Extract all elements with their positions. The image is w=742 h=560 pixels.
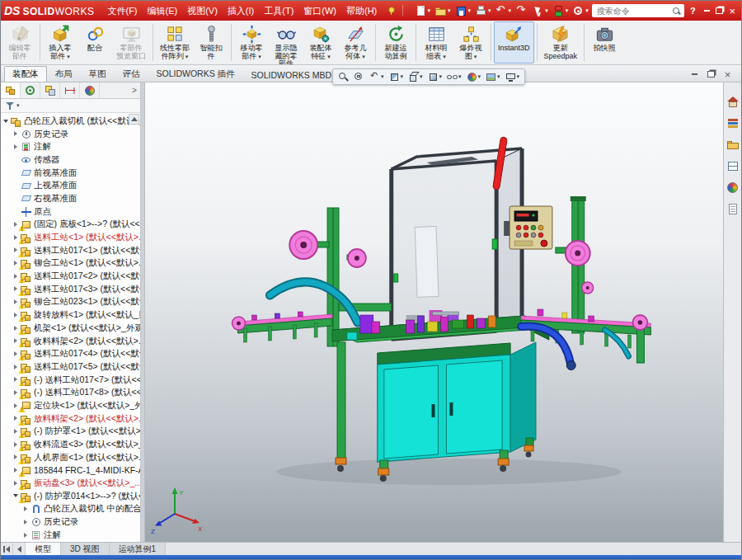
tree-expander[interactable] xyxy=(12,347,21,360)
tree-item[interactable]: !(-) 送料工站017<7> (默认<<默... xyxy=(1,374,140,387)
tree-item[interactable]: !振动盘<3> (默认<<默认>_... xyxy=(1,477,140,490)
tree-item[interactable]: !(固定) 底板<1>-->? (默认<<默认... xyxy=(1,219,140,232)
menu-item[interactable]: 编辑(E) xyxy=(143,3,183,19)
edit-appearance-button[interactable]: ▾ xyxy=(464,71,484,83)
tree-item[interactable]: 注解 xyxy=(1,140,140,153)
redo-button[interactable] xyxy=(514,4,529,18)
scroll-tabs-left-button[interactable] xyxy=(13,543,26,555)
tree-expander[interactable] xyxy=(12,322,21,335)
open-button[interactable]: ▾ xyxy=(433,4,453,18)
tree-item[interactable]: !收料流道<3> (默认<<默认>_外... xyxy=(1,438,140,451)
tree-expander[interactable] xyxy=(22,529,31,542)
tree-item[interactable]: !旋转放料<1> (默认<<默认_显... xyxy=(1,308,140,322)
graphics-viewport[interactable]: Y X Z xyxy=(145,82,723,542)
tree-item[interactable]: !人机界面<1> (默认<<默认>... xyxy=(1,451,140,464)
panel-tab-overflow-button[interactable]: > xyxy=(129,82,140,98)
command-tab-2[interactable]: 布局 xyxy=(47,66,81,82)
tree-item[interactable]: !机架<1> (默认<<默认>_外观... xyxy=(1,322,140,335)
tree-item[interactable]: !(-) 防护罩<1> (默认<<默认>... xyxy=(1,426,140,439)
ribbon-show-hidden-components-button[interactable]: 显示隐藏的零部件 xyxy=(269,21,303,64)
3d-model[interactable] xyxy=(145,82,723,542)
tree-item[interactable]: !送料工站017<2> (默认<<默认>... xyxy=(1,270,140,283)
pin-menu-icon[interactable] xyxy=(387,6,393,16)
machine-enclosure[interactable] xyxy=(392,148,522,340)
menu-item[interactable]: 文件(F) xyxy=(102,3,142,19)
search-icon[interactable] xyxy=(672,7,681,16)
command-tab-1[interactable]: 装配体 xyxy=(4,66,47,82)
tree-expander[interactable] xyxy=(12,374,21,387)
tree-item[interactable]: !送料工站017<3> (默认<<默认>... xyxy=(1,283,140,296)
tree-expander[interactable] xyxy=(12,231,21,244)
tree-item[interactable]: !送料工站017<5> (默认<<默认>... xyxy=(1,360,140,374)
tree-expander[interactable] xyxy=(12,412,21,426)
tree-expander[interactable] xyxy=(12,477,21,490)
tree-expander[interactable] xyxy=(12,296,21,309)
doc-tab-2[interactable]: 3D 视图 xyxy=(61,543,110,555)
tree-expander[interactable] xyxy=(12,219,21,232)
machine-control-panel[interactable] xyxy=(504,206,552,249)
tree-expander[interactable] xyxy=(12,244,21,257)
new-button[interactable]: ▾ xyxy=(413,4,433,18)
doc-tab-3[interactable]: 运动算例1 xyxy=(110,543,167,555)
tree-expander[interactable] xyxy=(12,386,21,399)
view-palette-button[interactable] xyxy=(725,158,741,175)
tree-expander[interactable] xyxy=(12,257,21,271)
apply-scene-button[interactable]: ▾ xyxy=(483,71,503,83)
tree-item[interactable]: !定位块<1> (默认<<默认>_外观... xyxy=(1,399,140,412)
previous-view-button[interactable]: ▾ xyxy=(367,71,387,83)
doc-tab-1[interactable]: 模型 xyxy=(26,543,61,555)
machine-right-column[interactable] xyxy=(556,196,594,333)
tree-item[interactable]: 右视基准面 xyxy=(1,192,140,205)
tree-scroll-up-button[interactable] xyxy=(129,114,139,125)
options-button[interactable]: ▾ xyxy=(571,4,590,18)
command-search-input[interactable] xyxy=(595,6,672,16)
command-tab-4[interactable]: 评估 xyxy=(115,66,148,82)
panel-tab-propertymanager[interactable] xyxy=(21,82,40,98)
rebuild-button[interactable]: ▾ xyxy=(551,4,571,18)
design-library-button[interactable] xyxy=(725,115,741,132)
tree-item[interactable]: 历史记录 xyxy=(1,515,140,529)
tree-item[interactable]: !铆合工站<1> (默认<<默认>... xyxy=(1,257,140,271)
ribbon-linear-component-pattern-button[interactable]: 线性零部件阵列▾ xyxy=(156,21,194,64)
tree-item[interactable]: 凸轮压入裁切机 中的配合 xyxy=(1,503,140,516)
save-button[interactable]: ▾ xyxy=(453,4,473,18)
tree-item[interactable]: !收料料架<2> (默认<<默认>... xyxy=(1,335,140,348)
tree-item[interactable]: 上视基准面 xyxy=(1,179,140,192)
tree-expander[interactable] xyxy=(12,451,21,464)
select-button[interactable]: ▾ xyxy=(530,4,550,18)
appearances-scenes-button[interactable] xyxy=(725,180,741,196)
filter-dropdown-icon[interactable]: ▾ xyxy=(16,102,20,109)
tree-expander[interactable] xyxy=(2,115,11,128)
ribbon-take-snapshot-button[interactable]: 拍快照 xyxy=(587,21,622,64)
scroll-tabs-first-button[interactable] xyxy=(1,543,13,555)
ribbon-update-speedpak-button[interactable]: 更新Speedpak xyxy=(540,21,582,64)
window-close-button[interactable] xyxy=(727,5,738,16)
ribbon-bill-of-materials-button[interactable]: 材料明细表▾ xyxy=(419,21,453,64)
tree-expander[interactable] xyxy=(12,426,21,439)
document-close-button[interactable] xyxy=(721,68,735,80)
tree-expander[interactable] xyxy=(12,360,21,374)
tree-expander[interactable] xyxy=(22,503,31,516)
window-minimize-button[interactable] xyxy=(702,5,712,16)
tree-expander[interactable] xyxy=(12,270,21,283)
tree-expander[interactable] xyxy=(12,335,21,348)
menu-item[interactable]: 视图(V) xyxy=(182,3,223,19)
zoom-fit-button[interactable] xyxy=(336,71,351,83)
ribbon-smart-fasteners-button[interactable]: 智能扣件 xyxy=(194,21,228,64)
machine-cabinet[interactable] xyxy=(378,342,536,462)
ribbon-reference-geometry-button[interactable]: 参考几何体▾ xyxy=(338,21,373,64)
tree-item[interactable]: 传感器 xyxy=(1,153,140,167)
help-button[interactable]: ? xyxy=(686,6,700,16)
tree-item[interactable]: !送料工站<1> (默认<<默认>... xyxy=(1,231,140,244)
tree-expander[interactable] xyxy=(12,490,21,503)
command-search-box[interactable] xyxy=(592,4,684,17)
tree-item[interactable]: !送料工站017<4> (默认<<默认>... xyxy=(1,347,140,360)
menu-item[interactable]: 工具(T) xyxy=(259,3,298,19)
tree-item[interactable]: !(-) 防护罩014<1>-->? (默认<<... xyxy=(1,490,140,503)
print-button[interactable]: ▾ xyxy=(473,4,493,18)
hide-show-items-button[interactable]: ▾ xyxy=(444,71,464,83)
menu-item[interactable]: 插入(I) xyxy=(223,3,259,19)
menu-item[interactable]: 帮助(H) xyxy=(341,3,382,19)
machine-right-conveyor[interactable] xyxy=(521,309,650,363)
tree-expander[interactable] xyxy=(12,140,21,153)
